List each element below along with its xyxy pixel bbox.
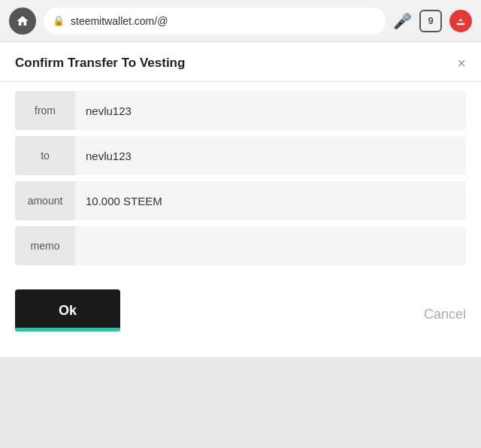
cancel-button[interactable]: Cancel: [424, 307, 466, 322]
microphone-icon[interactable]: 🎤: [393, 12, 412, 30]
browser-icons: 🎤 9: [393, 10, 472, 32]
to-value: nevlu123: [75, 136, 466, 175]
to-field-row: to nevlu123: [15, 136, 466, 175]
memo-field-row: memo: [15, 226, 466, 265]
page-background: [0, 357, 481, 448]
close-button[interactable]: ×: [457, 56, 466, 71]
amount-value: 10.000 STEEM: [75, 181, 466, 220]
amount-label: amount: [15, 181, 75, 220]
from-label: from: [15, 91, 75, 130]
address-text: steemitwallet.com/@: [71, 15, 168, 27]
modal-title: Confirm Transfer To Vesting: [15, 56, 185, 71]
ok-button-wrapper: Ok: [15, 289, 128, 339]
memo-value[interactable]: [75, 226, 466, 265]
home-icon[interactable]: [9, 8, 36, 35]
ok-button[interactable]: Ok: [15, 289, 120, 331]
form-area: from nevlu123 to nevlu123 amount 10.000 …: [0, 82, 481, 274]
address-bar[interactable]: 🔒 steemitwallet.com/@: [44, 8, 386, 35]
browser-toolbar: 🔒 steemitwallet.com/@ 🎤 9: [0, 0, 481, 42]
lock-icon: 🔒: [53, 15, 65, 26]
to-label: to: [15, 136, 75, 175]
amount-field-row: amount 10.000 STEEM: [15, 181, 466, 220]
button-row: Ok Cancel: [0, 274, 481, 357]
upload-icon[interactable]: [449, 10, 472, 32]
memo-label: memo: [15, 226, 75, 265]
tab-count-badge[interactable]: 9: [419, 10, 442, 32]
modal-header: Confirm Transfer To Vesting ×: [0, 42, 481, 82]
from-value: nevlu123: [75, 91, 466, 130]
modal: Confirm Transfer To Vesting × from nevlu…: [0, 42, 481, 357]
from-field-row: from nevlu123: [15, 91, 466, 130]
